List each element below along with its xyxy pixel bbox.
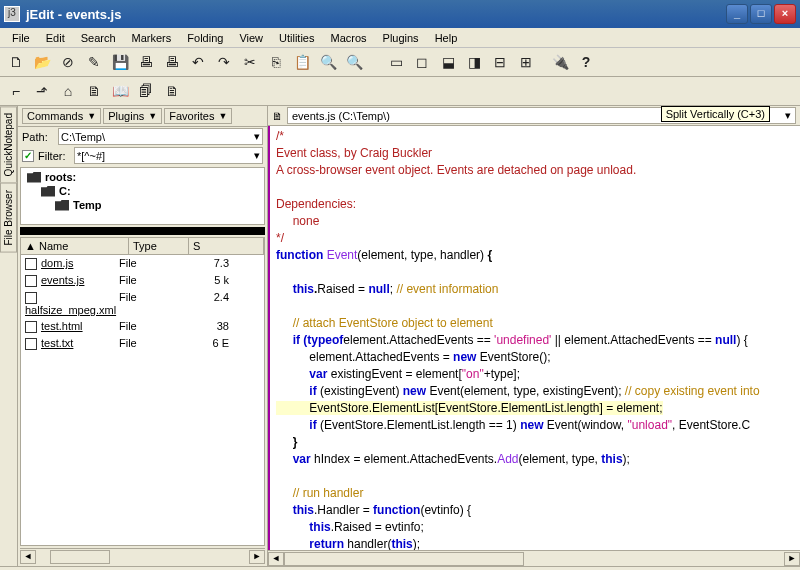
split-none-icon[interactable]: ◻ — [410, 50, 434, 74]
edit-icon[interactable]: ✎ — [82, 50, 106, 74]
editor-pane: 🗎 events.js (C:\Temp\)▾ Split Vertically… — [268, 106, 800, 566]
file-list: ▲ Name Type S dom.jsFile7.3 events.jsFil… — [20, 237, 265, 546]
copy-icon[interactable]: ⎘ — [264, 50, 288, 74]
find-icon[interactable]: 🔍 — [316, 50, 340, 74]
file-browser: Commands▼ Plugins▼ Favorites▼ Path: C:\T… — [18, 106, 268, 566]
file-row[interactable]: test.htmlFile38 — [21, 318, 264, 335]
file-icon — [25, 258, 37, 270]
plugins-icon[interactable]: 🔌 — [548, 50, 572, 74]
tab-file-browser[interactable]: File Browser — [0, 183, 17, 253]
menubar: File Edit Search Markers Folding View Ut… — [0, 28, 800, 48]
col-size[interactable]: S — [189, 238, 264, 254]
print-page-icon[interactable]: 🖶 — [160, 50, 184, 74]
pages-icon[interactable]: 🗐 — [134, 79, 158, 103]
favorites-dropdown[interactable]: Favorites▼ — [164, 108, 232, 124]
scroll-right-icon[interactable]: ► — [784, 552, 800, 566]
menu-macros[interactable]: Macros — [322, 30, 374, 46]
tab-quicknotepad[interactable]: QuickNotepad — [0, 106, 17, 183]
folder-tree[interactable]: roots: C: Temp — [20, 167, 265, 225]
file-icon — [25, 338, 37, 350]
toolbar-second: ⌐ ⬏ ⌂ 🗎 📖 🗐 🗎 — [0, 77, 800, 106]
path-row: Path: C:\Temp\▾ — [18, 127, 267, 146]
help-icon[interactable]: ? — [574, 50, 598, 74]
find-next-icon[interactable]: 🔍 — [342, 50, 366, 74]
save-icon[interactable]: 💾 — [108, 50, 132, 74]
redo-icon[interactable]: ↷ — [212, 50, 236, 74]
titlebar: j3 jEdit - events.js _ □ × — [0, 0, 800, 28]
path-label: Path: — [22, 131, 54, 143]
folder-icon — [55, 200, 69, 211]
editor-h-scrollbar[interactable]: ◄ ► — [268, 550, 800, 566]
buffer-bar: 🗎 events.js (C:\Temp\)▾ Split Vertically… — [268, 106, 800, 126]
filter-row: ✓ Filter: *[^~#]▾ — [18, 146, 267, 165]
menu-help[interactable]: Help — [427, 30, 466, 46]
filter-field[interactable]: *[^~#]▾ — [74, 147, 263, 164]
book-icon[interactable]: 📖 — [108, 79, 132, 103]
window-title: jEdit - events.js — [26, 7, 724, 22]
file-row[interactable]: dom.jsFile7.3 — [21, 255, 264, 272]
main-area: QuickNotepad File Browser Commands▼ Plug… — [0, 106, 800, 566]
status-bar: 17,22-36 Top (javascript,none,Cp1252) - … — [0, 566, 800, 570]
menu-folding[interactable]: Folding — [179, 30, 231, 46]
paste-icon[interactable]: 📋 — [290, 50, 314, 74]
scroll-left-icon[interactable]: ◄ — [268, 552, 284, 566]
scroll-left-icon[interactable]: ◄ — [20, 550, 36, 564]
col-type[interactable]: Type — [129, 238, 189, 254]
tree-up-icon[interactable]: ⬏ — [30, 79, 54, 103]
menu-view[interactable]: View — [231, 30, 271, 46]
file-row[interactable]: test.txtFile6 E — [21, 335, 264, 352]
app-icon: j3 — [4, 6, 20, 22]
split-h-icon[interactable]: ⬓ — [436, 50, 460, 74]
menu-edit[interactable]: Edit — [38, 30, 73, 46]
file-icon — [25, 292, 37, 304]
new-view-icon[interactable]: ▭ — [384, 50, 408, 74]
menu-markers[interactable]: Markers — [124, 30, 180, 46]
side-tabs: QuickNotepad File Browser — [0, 106, 18, 566]
commands-dropdown[interactable]: Commands▼ — [22, 108, 101, 124]
file-icon — [25, 321, 37, 333]
buffers2-icon[interactable]: ⊞ — [514, 50, 538, 74]
undo-icon[interactable]: ↶ — [186, 50, 210, 74]
buffers-icon[interactable]: ⊟ — [488, 50, 512, 74]
menu-file[interactable]: File — [4, 30, 38, 46]
scroll-thumb[interactable] — [284, 552, 524, 566]
sidebar-button-bar: Commands▼ Plugins▼ Favorites▼ — [18, 106, 267, 127]
file-row[interactable]: halfsize_mpeg.xmlFile2.4 — [21, 289, 264, 318]
scroll-right-icon[interactable]: ► — [249, 550, 265, 564]
minimize-button[interactable]: _ — [726, 4, 748, 24]
folder-icon — [41, 186, 55, 197]
folder-icon — [27, 172, 41, 183]
scroll-thumb[interactable] — [50, 550, 110, 564]
maximize-button[interactable]: □ — [750, 4, 772, 24]
split-v-icon[interactable]: ◨ — [462, 50, 486, 74]
page-icon[interactable]: 🗎 — [82, 79, 106, 103]
filter-label: Filter: — [38, 150, 70, 162]
close-button[interactable]: × — [774, 4, 796, 24]
menu-utilities[interactable]: Utilities — [271, 30, 322, 46]
plugins-dropdown[interactable]: Plugins▼ — [103, 108, 162, 124]
file-row[interactable]: events.jsFile5 k — [21, 272, 264, 289]
home-icon[interactable]: ⌂ — [56, 79, 80, 103]
no-icon[interactable]: ⊘ — [56, 50, 80, 74]
h-scrollbar[interactable]: ◄ ► — [20, 548, 265, 564]
print-icon[interactable]: 🖶 — [134, 50, 158, 74]
cut-icon[interactable]: ✂ — [238, 50, 262, 74]
file-list-header: ▲ Name Type S — [21, 238, 264, 255]
open-icon[interactable]: 📂 — [30, 50, 54, 74]
menu-plugins[interactable]: Plugins — [375, 30, 427, 46]
shape-l-icon[interactable]: ⌐ — [4, 79, 28, 103]
scroll-strip[interactable] — [20, 227, 265, 235]
col-name[interactable]: ▲ Name — [21, 238, 129, 254]
path-field[interactable]: C:\Temp\▾ — [58, 128, 263, 145]
file-icon — [25, 275, 37, 287]
page2-icon[interactable]: 🗎 — [160, 79, 184, 103]
new-icon[interactable]: 🗋 — [4, 50, 28, 74]
doc-icon: 🗎 — [272, 110, 283, 122]
filter-checkbox[interactable]: ✓ — [22, 150, 34, 162]
toolbar-main: 🗋 📂 ⊘ ✎ 💾 🖶 🖶 ↶ ↷ ✂ ⎘ 📋 🔍 🔍 ▭ ◻ ⬓ ◨ ⊟ ⊞ … — [0, 48, 800, 77]
tooltip: Split Vertically (C+3) — [661, 106, 770, 122]
menu-search[interactable]: Search — [73, 30, 124, 46]
code-area[interactable]: /* Event class, by Craig Buckler A cross… — [268, 126, 800, 550]
